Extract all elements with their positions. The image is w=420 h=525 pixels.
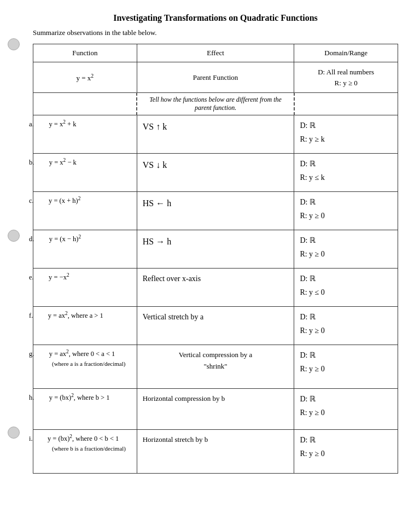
label-g: g.	[29, 350, 34, 358]
instructions-blank-cell	[33, 93, 137, 115]
row-g-function: g. y = ax2, where 0 < a < 1 (where a is …	[33, 345, 137, 389]
row-b-domain: D: ℝR: y ≤ k	[294, 154, 398, 192]
row-h-effect: Horizontal compression by b	[137, 389, 294, 430]
table-row: d. y = (x − h)2 HS → h D: ℝR: y ≥ 0	[33, 230, 398, 269]
table-row: c. y = (x + h)2 HS ← h D: ℝR: y ≥ 0	[33, 192, 398, 230]
parent-function-row: y = x2 Parent Function D: All real numbe…	[33, 62, 398, 93]
label-e: e.	[29, 273, 34, 281]
row-b-function: b. y = x2 − k	[33, 154, 137, 192]
parent-range-text: R: y ≥ 0	[335, 79, 358, 87]
row-c-effect: HS ← h	[137, 192, 294, 230]
instructions-domain-blank	[294, 93, 398, 115]
row-f-domain: D: ℝR: y ≥ 0	[294, 307, 398, 345]
table-row: f. y = ax2, where a > 1 Vertical stretch…	[33, 307, 398, 345]
parent-domain-cell: D: All real numbers R: y ≥ 0	[294, 62, 398, 93]
row-a-domain: D: ℝR: y ≥ k	[294, 115, 398, 154]
row-a-effect: VS ↑ k	[137, 115, 294, 154]
hole-punch-1	[8, 38, 20, 50]
hole-punch-3	[8, 427, 20, 439]
instructions-cell: Tell how the functions below are differe…	[137, 93, 294, 115]
hole-punch-2	[8, 230, 20, 242]
row-d-function: d. y = (x − h)2	[33, 230, 137, 269]
table-row: g. y = ax2, where 0 < a < 1 (where a is …	[33, 345, 398, 389]
row-e-function: e. y = −x2	[33, 269, 137, 307]
row-h-function: h. y = (bx)2, where b > 1	[33, 389, 137, 430]
table-row: e. y = −x2 Reflect over x-axis D: ℝR: y …	[33, 269, 398, 307]
label-i: i.	[29, 435, 33, 442]
row-d-effect: HS → h	[137, 230, 294, 269]
row-i-domain: D: ℝR: y ≥ 0	[294, 430, 398, 474]
table-row: b. y = x2 − k VS ↓ k D: ℝR: y ≤ k	[33, 154, 398, 192]
row-a-function: a. y = x2 + k	[33, 115, 137, 154]
table-row: a. y = x2 + k VS ↑ k D: ℝR: y ≥ k	[33, 115, 398, 154]
label-a: a.	[29, 120, 34, 128]
parent-function-text: y = x2	[76, 74, 94, 82]
label-b: b.	[29, 159, 34, 166]
row-g-domain: D: ℝR: y ≥ 0	[294, 345, 398, 389]
row-c-domain: D: ℝR: y ≥ 0	[294, 192, 398, 230]
row-c-function: c. y = (x + h)2	[33, 192, 137, 230]
row-b-effect: VS ↓ k	[137, 154, 294, 192]
row-e-effect: Reflect over x-axis	[137, 269, 294, 307]
header-function: Function	[33, 44, 137, 62]
page: Investigating Transformations on Quadrat…	[0, 0, 420, 525]
label-c: c.	[29, 197, 34, 205]
row-g-effect: Vertical compression by a"shrink"	[137, 345, 294, 389]
header-domain: Domain/Range	[294, 44, 398, 62]
row-d-domain: D: ℝR: y ≥ 0	[294, 230, 398, 269]
row-f-effect: Vertical stretch by a	[137, 307, 294, 345]
header-effect: Effect	[137, 44, 294, 62]
table-row: h. y = (bx)2, where b > 1 Horizontal com…	[33, 389, 398, 430]
row-f-function: f. y = ax2, where a > 1	[33, 307, 137, 345]
instructions-row: Tell how the functions below are differe…	[33, 93, 398, 115]
transformations-table: Function Effect Domain/Range y = x2 Pare…	[33, 44, 398, 474]
label-f: f.	[29, 312, 33, 319]
label-h: h.	[29, 394, 34, 401]
subtitle: Summarize observations in the table belo…	[33, 28, 398, 37]
page-title: Investigating Transformations on Quadrat…	[33, 13, 398, 23]
parent-effect-cell: Parent Function	[137, 62, 294, 93]
table-row: i. y = (bx)2, where 0 < b < 1 (where b i…	[33, 430, 398, 474]
row-i-effect: Horizontal stretch by b	[137, 430, 294, 474]
row-e-domain: D: ℝR: y ≤ 0	[294, 269, 398, 307]
parent-function-cell: y = x2	[33, 62, 137, 93]
label-d: d.	[29, 235, 34, 243]
instructions-text: Tell how the functions below are differe…	[149, 96, 282, 112]
row-h-domain: D: ℝR: y ≥ 0	[294, 389, 398, 430]
row-i-function: i. y = (bx)2, where 0 < b < 1 (where b i…	[33, 430, 137, 474]
parent-domain-text: D: All real numbers	[318, 68, 374, 76]
table-header-row: Function Effect Domain/Range	[33, 44, 398, 62]
